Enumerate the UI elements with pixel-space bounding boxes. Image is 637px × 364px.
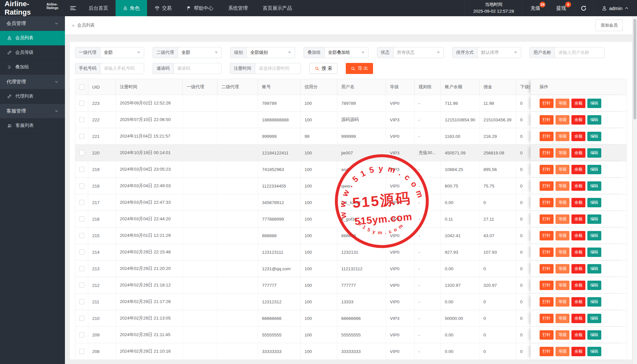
row-checkbox[interactable]: [79, 216, 84, 222]
action-button-编辑[interactable]: 编辑: [587, 248, 601, 257]
row-checkbox[interactable]: [79, 117, 84, 122]
nav-item[interactable]: 角色: [116, 0, 147, 16]
sidebar-group-header[interactable]: 客服管理: [0, 104, 65, 118]
action-button-打针[interactable]: 打针: [540, 198, 554, 207]
row-checkbox[interactable]: [79, 233, 84, 238]
action-button-打针[interactable]: 打针: [540, 347, 554, 356]
action-button-余额[interactable]: 余额: [571, 330, 585, 340]
action-button-余额[interactable]: 余额: [571, 314, 585, 323]
action-button-等级[interactable]: 等级: [556, 347, 569, 356]
sidebar-group-header[interactable]: 代理管理: [0, 75, 65, 89]
row-checkbox[interactable]: [79, 266, 84, 271]
action-button-余额[interactable]: 余额: [571, 165, 585, 174]
action-button-余额[interactable]: 余额: [571, 198, 585, 207]
row-checkbox[interactable]: [79, 183, 84, 188]
refresh-button[interactable]: [574, 0, 593, 16]
action-button-编辑[interactable]: 编辑: [587, 181, 601, 191]
action-button-余额[interactable]: 余额: [571, 347, 585, 356]
action-button-打针[interactable]: 打针: [540, 148, 554, 158]
action-button-打针[interactable]: 打针: [540, 165, 554, 174]
action-button-等级[interactable]: 等级: [556, 181, 569, 191]
action-button-编辑[interactable]: 编辑: [587, 214, 601, 224]
row-checkbox[interactable]: [79, 249, 84, 255]
select-all-checkbox[interactable]: [79, 84, 84, 90]
action-button-编辑[interactable]: 编辑: [587, 281, 601, 290]
action-button-等级[interactable]: 等级: [556, 165, 569, 174]
action-button-编辑[interactable]: 编辑: [587, 99, 601, 108]
sidebar-item-叠加组[interactable]: 叠加组: [0, 60, 65, 75]
action-button-编辑[interactable]: 编辑: [587, 165, 601, 174]
action-button-编辑[interactable]: 编辑: [587, 148, 601, 158]
row-checkbox[interactable]: [79, 167, 84, 172]
scrollbar-thumb[interactable]: [633, 19, 636, 119]
action-button-等级[interactable]: 等级: [556, 264, 569, 273]
action-button-等级[interactable]: 等级: [556, 297, 569, 307]
filter-field[interactable]: 请输入用户名称: [555, 47, 604, 58]
withdraw-button[interactable]: 提现 0: [548, 0, 574, 16]
row-checkbox[interactable]: [79, 283, 84, 288]
action-button-等级[interactable]: 等级: [556, 99, 569, 108]
filter-field[interactable]: 邀请码: [174, 63, 221, 74]
action-button-编辑[interactable]: 编辑: [587, 115, 601, 125]
add-member-button[interactable]: 添加会员: [595, 19, 623, 31]
row-checkbox[interactable]: [79, 134, 84, 139]
export-button[interactable]: 导 出: [346, 63, 373, 74]
row-checkbox[interactable]: [79, 332, 84, 337]
action-button-余额[interactable]: 余额: [571, 99, 585, 108]
row-checkbox[interactable]: [79, 316, 84, 321]
action-button-打针[interactable]: 打针: [540, 99, 554, 108]
action-button-打针[interactable]: 打针: [540, 231, 554, 240]
sidebar-group-header[interactable]: 会员管理: [0, 16, 65, 31]
action-button-编辑[interactable]: 编辑: [587, 231, 601, 240]
nav-item[interactable]: 首页展示产品: [255, 0, 299, 16]
action-button-等级[interactable]: 等级: [556, 148, 569, 158]
filter-field[interactable]: 请输入手机号码: [100, 63, 144, 74]
action-button-编辑[interactable]: 编辑: [587, 330, 601, 340]
action-button-编辑[interactable]: 编辑: [587, 297, 601, 307]
nav-item[interactable]: 后台首页: [81, 0, 116, 16]
nav-item[interactable]: 交易: [147, 0, 179, 16]
row-checkbox[interactable]: [79, 101, 84, 106]
action-button-编辑[interactable]: 编辑: [587, 314, 601, 323]
filter-value[interactable]: 全部: [178, 47, 221, 58]
action-button-余额[interactable]: 余额: [571, 281, 585, 290]
sidebar-item-代理列表[interactable]: 代理列表: [0, 89, 65, 104]
sidebar-item-客服列表[interactable]: 客服列表: [0, 118, 65, 133]
nav-item[interactable]: 系统管理: [221, 0, 255, 16]
row-checkbox[interactable]: [79, 200, 84, 205]
action-button-等级[interactable]: 等级: [556, 115, 569, 125]
action-button-编辑[interactable]: 编辑: [587, 198, 601, 207]
action-button-打针[interactable]: 打针: [540, 248, 554, 257]
action-button-余额[interactable]: 余额: [571, 264, 585, 273]
action-button-打针[interactable]: 打针: [540, 214, 554, 224]
action-button-打针[interactable]: 打针: [540, 264, 554, 273]
action-button-编辑[interactable]: 编辑: [587, 347, 601, 356]
search-button[interactable]: 搜 索: [309, 63, 337, 74]
action-button-余额[interactable]: 余额: [571, 248, 585, 257]
action-button-余额[interactable]: 余额: [571, 115, 585, 125]
row-checkbox[interactable]: [79, 299, 84, 304]
action-button-余额[interactable]: 余额: [571, 181, 585, 191]
action-button-等级[interactable]: 等级: [556, 330, 569, 340]
action-button-余额[interactable]: 余额: [571, 297, 585, 307]
action-button-打针[interactable]: 打针: [540, 181, 554, 191]
filter-value[interactable]: 全部: [100, 47, 144, 58]
action-button-等级[interactable]: 等级: [556, 132, 569, 141]
nav-item[interactable]: 帮助中心: [179, 0, 221, 16]
filter-value[interactable]: 全部级别: [247, 47, 295, 58]
action-button-余额[interactable]: 余额: [571, 214, 585, 224]
action-button-打针[interactable]: 打针: [540, 297, 554, 307]
admin-menu[interactable]: admin: [593, 0, 637, 16]
sidebar-toggle-button[interactable]: [65, 0, 81, 16]
sidebar-item-会员列表[interactable]: 会员列表: [0, 31, 65, 45]
filter-value[interactable]: 默认排序: [478, 47, 521, 58]
action-button-打针[interactable]: 打针: [540, 132, 554, 141]
action-button-等级[interactable]: 等级: [556, 231, 569, 240]
action-button-等级[interactable]: 等级: [556, 281, 569, 290]
action-button-编辑[interactable]: 编辑: [587, 264, 601, 273]
action-button-等级[interactable]: 等级: [556, 314, 569, 323]
action-button-余额[interactable]: 余额: [571, 148, 585, 158]
action-button-打针[interactable]: 打针: [540, 314, 554, 323]
filter-value[interactable]: 全部叠加组: [325, 47, 368, 58]
action-button-打针[interactable]: 打针: [540, 330, 554, 340]
